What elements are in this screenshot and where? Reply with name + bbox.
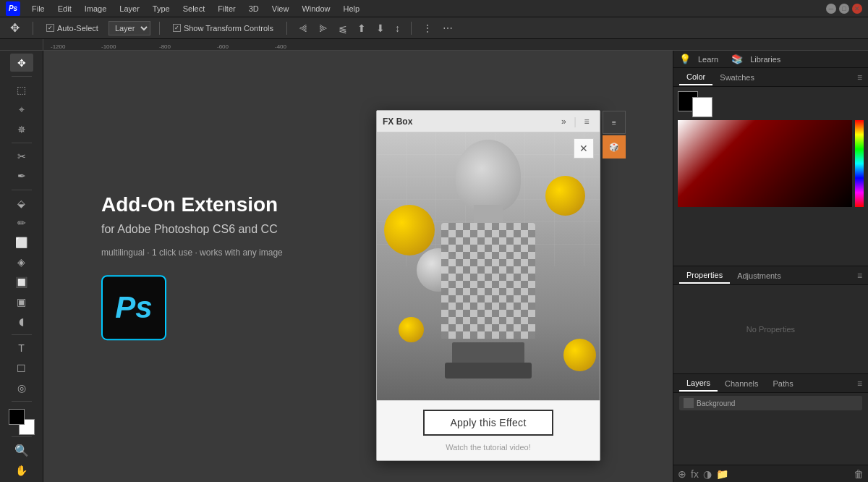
move-icon: ✥ bbox=[6, 20, 24, 36]
menu-edit[interactable]: Edit bbox=[52, 3, 77, 14]
color-picker-area bbox=[673, 87, 868, 211]
gold-sphere-1 bbox=[384, 205, 435, 255]
history-brush-tool[interactable]: ◈ bbox=[10, 253, 33, 271]
menu-image[interactable]: Image bbox=[79, 3, 113, 14]
eyedropper-tool[interactable]: ✒ bbox=[10, 167, 33, 185]
close-button[interactable]: ✕ bbox=[852, 4, 862, 14]
gold-sphere-2 bbox=[545, 176, 585, 216]
learn-label[interactable]: Learn bbox=[698, 55, 718, 64]
transform-checkbox[interactable]: Show Transform Controls bbox=[169, 22, 278, 34]
menu-3d[interactable]: 3D bbox=[243, 3, 265, 14]
right-panel: 💡 Learn 📚 Libraries Color Swatches ≡ bbox=[673, 51, 868, 482]
layer-effects-button[interactable]: fx bbox=[691, 468, 699, 480]
distribute2-icon[interactable]: ⋯ bbox=[443, 22, 453, 34]
align-middle-icon[interactable]: ⬇ bbox=[376, 22, 385, 34]
properties-tab[interactable]: Properties bbox=[679, 268, 730, 284]
fx-panel-body: ✕ Apply this Effect Watch the tutorial v… bbox=[377, 132, 600, 460]
color-gradient-box[interactable] bbox=[678, 120, 852, 207]
fx-divider: | bbox=[574, 116, 576, 127]
app-icon: Ps bbox=[6, 1, 20, 16]
zoom-tool[interactable]: 🔍 bbox=[10, 441, 33, 460]
promo-title: Add-On Extension bbox=[101, 193, 283, 217]
apply-effect-button[interactable]: Apply this Effect bbox=[423, 410, 553, 436]
fx-side-btn-1[interactable]: ≡ bbox=[603, 111, 626, 134]
clone-tool[interactable]: ⬜ bbox=[10, 234, 33, 252]
fx-panel-title: FX Box bbox=[383, 117, 412, 127]
layers-tab[interactable]: Layers bbox=[679, 376, 718, 392]
menu-window[interactable]: Window bbox=[296, 3, 336, 14]
layers-content: Background bbox=[673, 393, 868, 465]
magic-wand-tool[interactable]: ✵ bbox=[10, 120, 33, 138]
lasso-tool[interactable]: ⌖ bbox=[10, 101, 33, 119]
align-top-icon[interactable]: ⬆ bbox=[357, 22, 366, 34]
fx-side-buttons: ≡ 🎲 bbox=[603, 111, 626, 158]
layer-group-button[interactable]: 📁 bbox=[716, 468, 728, 480]
menu-layer[interactable]: Layer bbox=[114, 3, 145, 14]
color-panel-menu-icon[interactable]: ≡ bbox=[857, 72, 862, 83]
menu-help[interactable]: Help bbox=[338, 3, 366, 14]
menu-filter[interactable]: Filter bbox=[212, 3, 241, 14]
window-controls: ─ □ ✕ bbox=[826, 4, 862, 14]
lightbulb-icon: 💡 bbox=[679, 54, 691, 64]
fx-forward-icon[interactable]: » bbox=[556, 114, 571, 129]
libraries-label[interactable]: Libraries bbox=[750, 55, 780, 64]
path-tool[interactable]: ☐ bbox=[10, 359, 33, 377]
menu-file[interactable]: File bbox=[26, 3, 51, 14]
distribute-icon[interactable]: ⋮ bbox=[422, 22, 433, 34]
type-tool[interactable]: T bbox=[10, 339, 33, 358]
watch-tutorial-link[interactable]: Watch the tutorial video! bbox=[386, 443, 591, 452]
healing-tool[interactable]: ⬙ bbox=[10, 195, 33, 213]
gold-sphere-4 bbox=[399, 317, 424, 342]
left-toolbar: ✥ ⬚ ⌖ ✵ ✂ ✒ ⬙ ✏ ⬜ ◈ 🔲 ▣ ◖ T ☐ ◎ 🔍 ✋ bbox=[0, 51, 43, 482]
properties-panel-menu-icon[interactable]: ≡ bbox=[857, 271, 862, 281]
auto-select-checkbox[interactable]: Auto-Select bbox=[42, 22, 103, 34]
fx-side-btn-2[interactable]: 🎲 bbox=[603, 135, 626, 158]
fx-panel-footer: Apply this Effect Watch the tutorial vid… bbox=[377, 400, 600, 460]
layer-controls-bar: ⊕ fx ◑ 📁 🗑 bbox=[673, 465, 868, 482]
layer-row[interactable]: Background bbox=[679, 396, 862, 410]
layers-panel-tabs: Layers Channels Paths ≡ bbox=[673, 374, 868, 393]
layer-select[interactable]: Layer bbox=[109, 21, 150, 35]
fx-panel-header: FX Box » | ≡ ≡ 🎲 bbox=[377, 111, 600, 132]
fg-bg-swatches bbox=[678, 91, 864, 117]
libraries-icon: 📚 bbox=[731, 54, 743, 64]
crop-tool[interactable]: ✂ bbox=[10, 148, 33, 166]
swatches-tab[interactable]: Swatches bbox=[712, 70, 762, 85]
adjustments-tab[interactable]: Adjustments bbox=[730, 269, 788, 283]
eraser-tool[interactable]: 🔲 bbox=[10, 273, 33, 291]
color-tab[interactable]: Color bbox=[679, 69, 712, 85]
fx-close-button[interactable]: ✕ bbox=[574, 138, 594, 158]
shape-tool[interactable]: ◎ bbox=[10, 379, 33, 397]
main-layout: ✥ ⬚ ⌖ ✵ ✂ ✒ ⬙ ✏ ⬜ ◈ 🔲 ▣ ◖ T ☐ ◎ 🔍 ✋ Add-… bbox=[0, 51, 868, 482]
layers-panel-section: Layers Channels Paths ≡ Background ⊕ fx … bbox=[673, 374, 868, 482]
channels-tab[interactable]: Channels bbox=[718, 376, 765, 391]
align-left-icon[interactable]: ⫷ bbox=[298, 22, 308, 34]
foreground-color[interactable] bbox=[9, 409, 25, 425]
canvas-area: Add-On Extension for Adobe Photoshop CS6… bbox=[43, 51, 673, 482]
marquee-tool[interactable]: ⬚ bbox=[10, 81, 33, 99]
minimize-button[interactable]: ─ bbox=[826, 4, 836, 14]
align-center-h-icon[interactable]: ⫸ bbox=[318, 22, 328, 34]
move-tool[interactable]: ✥ bbox=[10, 54, 33, 72]
layer-mask-button[interactable]: ◑ bbox=[703, 468, 712, 480]
ruler-corner bbox=[0, 39, 43, 51]
align-bottom-icon[interactable]: ↕ bbox=[395, 22, 400, 34]
maximize-button[interactable]: □ bbox=[839, 4, 849, 14]
brush-tool[interactable]: ✏ bbox=[10, 214, 33, 232]
align-right-icon[interactable]: ⫹ bbox=[339, 22, 347, 34]
properties-content: No Properties bbox=[673, 285, 868, 373]
fx-menu-icon[interactable]: ≡ bbox=[579, 114, 594, 129]
background-swatch[interactable] bbox=[692, 97, 712, 117]
hand-tool[interactable]: ✋ bbox=[10, 461, 33, 479]
blur-tool[interactable]: ◖ bbox=[10, 312, 33, 330]
properties-panel-section: Properties Adjustments ≡ No Properties bbox=[673, 266, 868, 374]
menu-view[interactable]: View bbox=[266, 3, 295, 14]
add-layer-button[interactable]: ⊕ bbox=[678, 468, 686, 480]
gradient-tool[interactable]: ▣ bbox=[10, 292, 33, 310]
paths-tab[interactable]: Paths bbox=[766, 376, 801, 391]
menu-select[interactable]: Select bbox=[177, 3, 211, 14]
hue-slider[interactable] bbox=[855, 120, 864, 207]
layers-panel-menu-icon[interactable]: ≡ bbox=[857, 379, 862, 389]
delete-layer-button[interactable]: 🗑 bbox=[854, 468, 864, 480]
menu-type[interactable]: Type bbox=[147, 3, 176, 14]
